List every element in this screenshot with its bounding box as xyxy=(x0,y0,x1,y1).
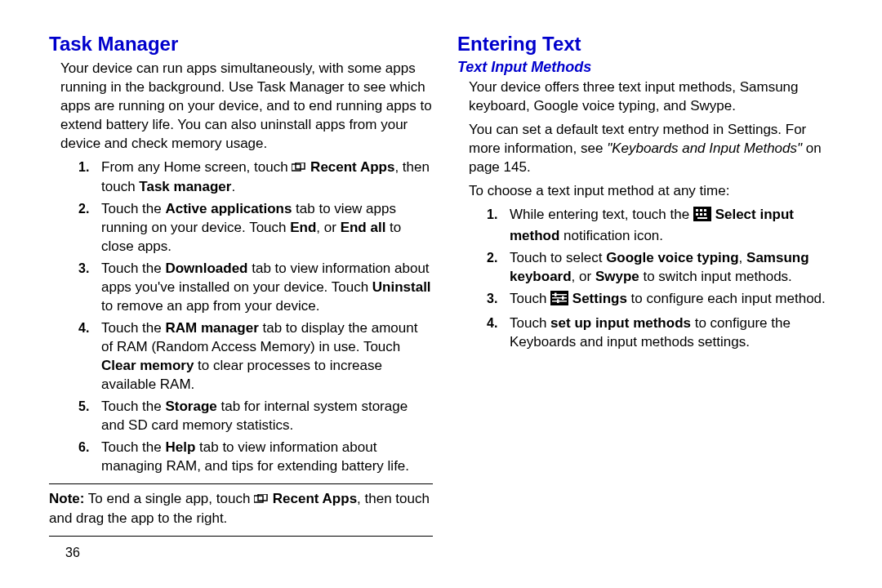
svg-rect-5 xyxy=(696,209,698,212)
svg-rect-11 xyxy=(697,217,707,219)
text-input-p2: You can set a default text entry method … xyxy=(469,120,841,176)
settings-icon xyxy=(550,291,568,310)
step-1: 1. While entering text, touch the Select… xyxy=(506,205,841,245)
heading-entering-text: Entering Text xyxy=(457,33,841,56)
recent-apps-icon xyxy=(254,490,269,509)
task-manager-intro: Your device can run apps simultaneously,… xyxy=(60,59,433,153)
text-input-p3: To choose a text input method at any tim… xyxy=(469,181,841,200)
subheading-text-input-methods: Text Input Methods xyxy=(457,59,841,76)
left-column: Task Manager Your device can run apps si… xyxy=(49,33,433,541)
step-2: 2. Touch to select Google voice typing, … xyxy=(506,248,841,286)
svg-rect-13 xyxy=(552,294,567,296)
text-input-steps: 1. While entering text, touch the Select… xyxy=(457,205,841,351)
divider xyxy=(49,483,433,484)
text-input-p1: Your device offers three text input meth… xyxy=(469,78,841,115)
svg-rect-8 xyxy=(696,213,698,216)
svg-rect-16 xyxy=(555,293,557,297)
svg-rect-9 xyxy=(700,213,702,216)
task-manager-steps: 1. From any Home screen, touch Recent Ap… xyxy=(49,158,433,475)
svg-rect-10 xyxy=(704,213,706,216)
step-5: 5. Touch the Storage tab for internal sy… xyxy=(98,397,433,434)
note-block: Note: To end a single app, touch Recent … xyxy=(49,489,433,528)
step-4: 4. Touch the RAM manager tab to display … xyxy=(98,318,433,394)
heading-task-manager: Task Manager xyxy=(49,33,433,56)
step-4: 4. Touch set up input methods to configu… xyxy=(506,314,841,351)
page-number: 36 xyxy=(65,546,80,560)
svg-rect-6 xyxy=(700,209,702,212)
svg-rect-18 xyxy=(557,300,559,304)
step-6: 6. Touch the Help tab to view informatio… xyxy=(98,438,433,475)
right-column: Entering Text Text Input Methods Your de… xyxy=(457,33,841,541)
step-2: 2. Touch the Active applications tab to … xyxy=(98,199,433,256)
recent-apps-icon xyxy=(292,158,306,177)
svg-rect-17 xyxy=(562,296,564,301)
keyboard-icon xyxy=(693,207,711,226)
svg-rect-14 xyxy=(552,297,567,299)
svg-rect-7 xyxy=(704,209,706,212)
step-3: 3. Touch the Downloaded tab to view info… xyxy=(98,259,433,315)
step-3: 3. Touch Settings to configure each inpu… xyxy=(506,289,841,310)
svg-rect-15 xyxy=(552,301,567,302)
step-1: 1. From any Home screen, touch Recent Ap… xyxy=(98,158,433,196)
divider xyxy=(49,536,433,537)
